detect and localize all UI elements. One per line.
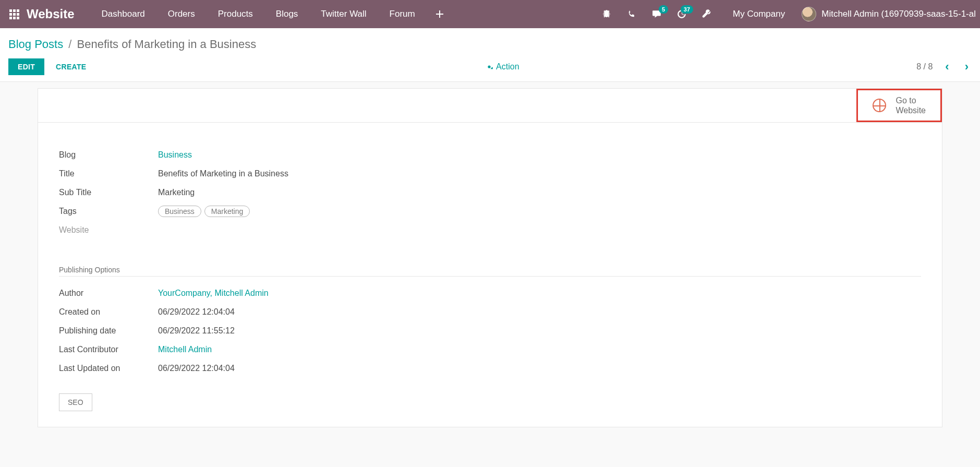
messages-badge: 5 <box>659 5 668 14</box>
label-title: Title <box>59 169 158 178</box>
menu-twitter-wall[interactable]: Twitter Wall <box>309 0 378 28</box>
tag-item[interactable]: Marketing <box>204 206 250 217</box>
bug-icon[interactable] <box>597 0 616 28</box>
value-title: Benefits of Marketing in a Business <box>158 169 288 178</box>
pager: 8 / 8 ‹ › <box>916 60 972 74</box>
label-website: Website <box>59 225 158 235</box>
breadcrumb-sep: / <box>68 38 71 51</box>
control-panel: Blog Posts / Benefits of Marketing in a … <box>0 28 980 82</box>
label-lastcontrib: Last Contributor <box>59 345 158 354</box>
action-label: Action <box>496 62 519 71</box>
tag-item[interactable]: Business <box>158 206 201 217</box>
globe-icon <box>873 99 886 112</box>
menu-blogs[interactable]: Blogs <box>264 0 310 28</box>
company-selector[interactable]: My Company <box>733 9 785 19</box>
activities-badge: 37 <box>681 5 693 14</box>
tools-icon[interactable] <box>697 0 716 28</box>
brand-title[interactable]: Website <box>27 7 75 21</box>
pager-prev-icon[interactable]: ‹ <box>942 60 952 74</box>
apps-icon[interactable] <box>9 9 19 19</box>
section-publishing-title: Publishing Options <box>59 266 921 274</box>
breadcrumb: Blog Posts / Benefits of Marketing in a … <box>8 38 972 51</box>
username: Mitchell Admin (16970939-saas-15-1-al <box>821 9 976 19</box>
form-sheet: Go to Website Blog Business Title Benefi… <box>38 88 942 427</box>
menu-products[interactable]: Products <box>207 0 264 28</box>
activities-icon[interactable]: 37 <box>672 0 691 28</box>
breadcrumb-root[interactable]: Blog Posts <box>8 38 63 51</box>
label-blog: Blog <box>59 150 158 160</box>
main-menu: Dashboard Orders Products Blogs Twitter … <box>90 0 427 28</box>
menu-forum[interactable]: Forum <box>378 0 427 28</box>
value-tags: Business Marketing <box>158 206 250 217</box>
edit-button[interactable]: EDIT <box>8 58 44 75</box>
action-dropdown[interactable]: Action <box>486 62 519 71</box>
menu-dashboard[interactable]: Dashboard <box>90 0 156 28</box>
menu-orders[interactable]: Orders <box>156 0 207 28</box>
messages-icon[interactable]: 5 <box>647 0 666 28</box>
add-menu-icon[interactable] <box>427 10 453 18</box>
pager-next-icon[interactable]: › <box>962 60 972 74</box>
seo-button[interactable]: SEO <box>59 393 92 411</box>
value-subtitle: Marketing <box>158 188 195 197</box>
gear-icon <box>486 63 493 70</box>
label-tags: Tags <box>59 207 158 216</box>
label-author: Author <box>59 289 158 298</box>
top-navbar: Website Dashboard Orders Products Blogs … <box>0 0 980 28</box>
avatar <box>802 7 816 21</box>
pager-count: 8 / 8 <box>916 62 933 71</box>
label-created: Created on <box>59 307 158 317</box>
section-separator <box>59 276 921 277</box>
value-author[interactable]: YourCompany, Mitchell Admin <box>158 289 269 298</box>
goto-line1: Go to <box>896 95 926 105</box>
value-created: 06/29/2022 12:04:04 <box>158 307 235 317</box>
phone-icon[interactable] <box>622 0 641 28</box>
label-pubdate: Publishing date <box>59 326 158 336</box>
go-to-website-button[interactable]: Go to Website <box>856 89 942 122</box>
value-pubdate: 06/29/2022 11:55:12 <box>158 326 235 336</box>
user-menu[interactable]: Mitchell Admin (16970939-saas-15-1-al <box>802 7 976 21</box>
breadcrumb-current: Benefits of Marketing in a Business <box>77 38 257 51</box>
label-lastupdated: Last Updated on <box>59 364 158 373</box>
create-button[interactable]: CREATE <box>54 58 88 75</box>
value-lastupdated: 06/29/2022 12:04:04 <box>158 364 235 373</box>
label-subtitle: Sub Title <box>59 188 158 197</box>
value-lastcontrib[interactable]: Mitchell Admin <box>158 345 212 354</box>
systray: 5 37 My Company Mitchell Admin (16970939… <box>597 0 976 28</box>
value-blog[interactable]: Business <box>158 150 192 160</box>
goto-line2: Website <box>896 105 926 115</box>
